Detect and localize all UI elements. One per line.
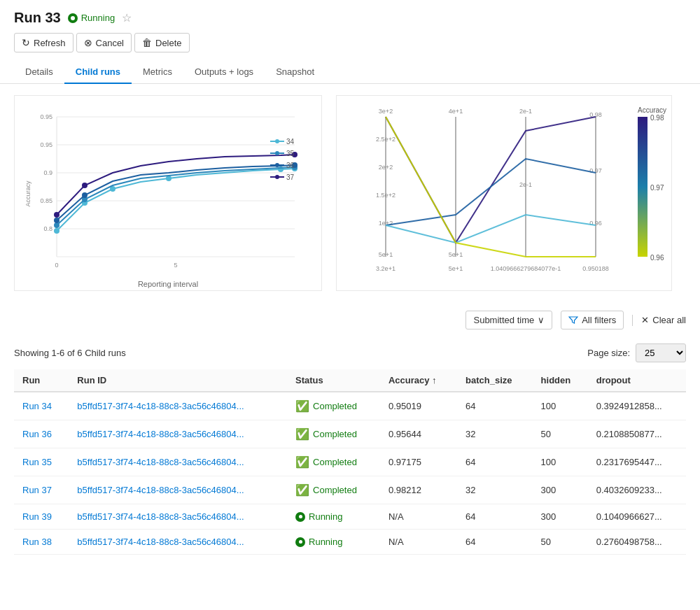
status-completed: ✅Completed <box>295 399 372 413</box>
svg-text:1.5e+2: 1.5e+2 <box>376 192 396 199</box>
hidden-value: 300 <box>533 476 588 504</box>
checkmark-icon: ✅ <box>295 427 309 441</box>
star-icon[interactable]: ☆ <box>122 11 132 24</box>
table-header-row: Showing 1-6 of 6 Child runs Page size: 2… <box>14 343 686 362</box>
accuracy-value: 0.95644 <box>380 420 457 448</box>
chevron-down-icon: ∨ <box>538 315 545 325</box>
svg-point-34 <box>275 151 279 155</box>
table-header: Run Run ID Status Accuracy ↑ batch_size … <box>14 369 686 392</box>
col-dropout: dropout <box>588 369 686 392</box>
run-link[interactable]: Run 34 <box>22 401 52 411</box>
col-run: Run <box>14 369 69 392</box>
accuracy-value: 0.95019 <box>380 392 457 420</box>
col-status: Status <box>287 369 380 392</box>
hidden-value: 50 <box>533 530 588 555</box>
svg-text:0.95: 0.95 <box>40 141 52 148</box>
svg-text:0.97: 0.97 <box>650 184 664 192</box>
svg-text:0.9: 0.9 <box>43 169 52 176</box>
svg-rect-63 <box>638 117 648 257</box>
svg-text:0.8: 0.8 <box>43 225 52 232</box>
submitted-time-button[interactable]: Submitted time ∨ <box>465 311 552 329</box>
run-link[interactable]: Run 36 <box>22 429 52 439</box>
status-badge: Running <box>68 13 115 23</box>
svg-text:1.0409666279684077e-1: 1.0409666279684077e-1 <box>491 265 561 272</box>
hidden-value: 300 <box>533 504 588 530</box>
accuracy-value: N/A <box>380 504 457 530</box>
dropout-value: 0.4032609233... <box>588 476 686 504</box>
run-id-link[interactable]: b5ffd517-3f74-4c18-88c8-3ac56c46804... <box>77 537 244 547</box>
run-id-link[interactable]: b5ffd517-3f74-4c18-88c8-3ac56c46804... <box>77 511 244 522</box>
svg-text:2e-1: 2e-1 <box>519 108 532 115</box>
run-id-link[interactable]: b5ffd517-3f74-4c18-88c8-3ac56c46804... <box>77 429 244 439</box>
svg-point-31 <box>275 139 279 143</box>
accuracy-line-chart: 0.95 0.95 0.9 0.85 0.8 Accuracy 0 5 <box>14 95 322 291</box>
tab-details[interactable]: Details <box>14 61 64 84</box>
hidden-value: 100 <box>533 448 588 476</box>
tab-metrics[interactable]: Metrics <box>132 61 183 84</box>
divider <box>632 315 633 326</box>
run-id-link[interactable]: b5ffd517-3f74-4c18-88c8-3ac56c46804... <box>77 401 244 411</box>
run-id-link[interactable]: b5ffd517-3f74-4c18-88c8-3ac56c46804... <box>77 485 244 495</box>
svg-text:0.95: 0.95 <box>40 113 52 120</box>
tab-child-runs[interactable]: Child runs <box>64 61 132 84</box>
svg-text:2e-1: 2e-1 <box>519 181 532 188</box>
page-size-select[interactable]: 25 50 100 <box>636 343 686 362</box>
filters-row: Submitted time ∨ All filters ✕ Clear all <box>14 305 686 335</box>
status-completed: ✅Completed <box>295 427 372 441</box>
x-icon: ✕ <box>641 315 649 325</box>
svg-point-24 <box>54 218 59 223</box>
svg-text:3.2e+1: 3.2e+1 <box>376 265 396 272</box>
svg-text:5e+1: 5e+1 <box>449 265 463 272</box>
run-link[interactable]: Run 39 <box>22 511 52 522</box>
batch-size-value: 64 <box>457 448 533 476</box>
cancel-icon: ⊗ <box>84 37 92 48</box>
svg-point-15 <box>54 228 59 234</box>
svg-text:35: 35 <box>286 150 295 157</box>
checkmark-icon: ✅ <box>295 399 309 413</box>
status-text: Running <box>81 13 115 23</box>
cancel-label: Cancel <box>96 38 124 48</box>
showing-text: Showing 1-6 of 6 Child runs <box>14 348 126 358</box>
tab-snapshot[interactable]: Snapshot <box>265 61 326 84</box>
cancel-button[interactable]: ⊗ Cancel <box>76 33 132 52</box>
delete-button[interactable]: 🗑 Delete <box>134 33 190 52</box>
batch-size-value: 32 <box>457 420 533 448</box>
run-link[interactable]: Run 38 <box>22 537 52 547</box>
clear-label: Clear all <box>652 315 686 325</box>
refresh-button[interactable]: ↻ Refresh <box>14 33 74 52</box>
svg-text:0.96: 0.96 <box>589 220 602 227</box>
batch-size-value: 64 <box>457 392 533 420</box>
charts-section: 0.95 0.95 0.9 0.85 0.8 Accuracy 0 5 <box>14 95 686 291</box>
run-link[interactable]: Run 35 <box>22 457 52 467</box>
svg-text:0.97: 0.97 <box>589 167 602 174</box>
svg-text:3e+2: 3e+2 <box>379 108 393 115</box>
accuracy-value: N/A <box>380 530 457 555</box>
sort-up-icon: ↑ <box>432 375 437 385</box>
batch-size-value: 64 <box>457 504 533 530</box>
status-running: Running <box>295 537 372 547</box>
svg-point-40 <box>275 175 279 179</box>
run-title: Run 33 <box>14 10 61 26</box>
dropout-value: 0.2108850877... <box>588 420 686 448</box>
filter-icon <box>568 315 578 325</box>
page-size-label: Page size: <box>587 348 630 358</box>
table-row: Run 39b5ffd517-3f74-4c18-88c8-3ac56c4680… <box>14 504 686 530</box>
checkmark-icon: ✅ <box>295 483 309 497</box>
batch-size-value: 32 <box>457 476 533 504</box>
run-id-link[interactable]: b5ffd517-3f74-4c18-88c8-3ac56c46804... <box>77 457 244 467</box>
svg-text:2.5e+2: 2.5e+2 <box>376 136 396 143</box>
col-run-id: Run ID <box>69 369 287 392</box>
tab-outputs-logs[interactable]: Outputs + logs <box>183 61 265 84</box>
delete-icon: 🗑 <box>142 37 152 48</box>
status-text: Completed <box>313 429 357 439</box>
table-row: Run 36b5ffd517-3f74-4c18-88c8-3ac56c4680… <box>14 420 686 448</box>
svg-text:Accuracy: Accuracy <box>24 180 31 207</box>
svg-text:37: 37 <box>286 173 295 181</box>
svg-point-28 <box>82 183 88 188</box>
accuracy-value: 0.97175 <box>380 448 457 476</box>
clear-all-button[interactable]: ✕ Clear all <box>641 315 686 325</box>
submitted-time-label: Submitted time <box>473 315 534 325</box>
run-link[interactable]: Run 37 <box>22 485 52 495</box>
status-completed: ✅Completed <box>295 483 372 497</box>
all-filters-button[interactable]: All filters <box>561 311 624 329</box>
